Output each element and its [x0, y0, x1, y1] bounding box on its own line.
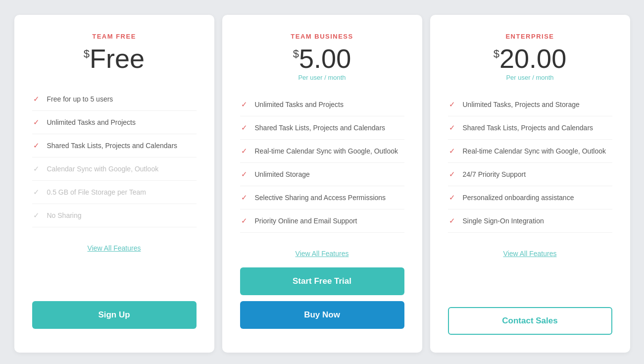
price-symbol: $ [84, 48, 90, 60]
feature-text: Unlimited Storage [255, 170, 310, 178]
feature-text: 0.5 GB of File Storage per Team [47, 188, 147, 196]
check-inactive-icon: ✓ [32, 211, 41, 220]
price-amount: 20.00 [499, 44, 566, 73]
feature-item: ✓No Sharing [32, 204, 197, 227]
feature-text: Single Sign-On Integration [463, 217, 544, 225]
plan-card-team-business: TEAM BUSINESS$5.00Per user / month✓Unlim… [222, 15, 422, 353]
feature-text: Real-time Calendar Sync with Google, Out… [463, 147, 606, 155]
features-list: ✓Unlimited Tasks, Projects and Storage✓S… [448, 93, 612, 233]
feature-text: Unlimited Tasks and Projects [255, 101, 344, 108]
feature-text: Free for up to 5 users [47, 95, 113, 103]
feature-item: ✓Unlimited Tasks and Projects [32, 111, 197, 134]
view-all-features-link[interactable]: View All Features [448, 250, 612, 258]
features-list: ✓Free for up to 5 users✓Unlimited Tasks … [32, 88, 197, 227]
feature-text: Shared Task Lists, Projects and Calendar… [47, 142, 178, 150]
check-active-icon: ✓ [448, 170, 457, 179]
price-period: Per user / month [240, 74, 404, 81]
check-inactive-icon: ✓ [32, 164, 41, 173]
check-active-icon: ✓ [240, 147, 249, 156]
price-amount: Free [90, 44, 145, 73]
feature-text: Priority Online and Email Support [255, 217, 357, 225]
feature-item: ✓Real-time Calendar Sync with Google, Ou… [240, 140, 404, 163]
feature-item: ✓Shared Task Lists, Projects and Calenda… [32, 134, 197, 157]
price-row: $20.00 [448, 45, 612, 72]
signup-button[interactable]: Sign Up [32, 301, 197, 329]
feature-text: No Sharing [47, 211, 82, 219]
price-symbol: $ [293, 48, 299, 60]
check-active-icon: ✓ [32, 118, 41, 127]
feature-text: Shared Task Lists, Projects and Calendar… [463, 124, 594, 132]
check-inactive-icon: ✓ [32, 188, 41, 197]
check-active-icon: ✓ [32, 95, 41, 104]
feature-item: ✓Shared Task Lists, Projects and Calenda… [240, 116, 404, 140]
feature-item: ✓Single Sign-On Integration [448, 209, 612, 233]
check-active-icon: ✓ [448, 216, 457, 225]
feature-item: ✓Selective Sharing and Access Permission… [240, 186, 404, 209]
plan-card-enterprise: ENTERPRISE$20.00Per user / month✓Unlimit… [430, 15, 630, 353]
feature-item: ✓Unlimited Tasks, Projects and Storage [448, 93, 612, 116]
price-row: $5.00 [240, 45, 404, 72]
feature-text: Shared Task Lists, Projects and Calendar… [255, 124, 386, 132]
feature-text: Unlimited Tasks, Projects and Storage [463, 101, 580, 108]
check-active-icon: ✓ [32, 141, 41, 150]
feature-item: ✓Calendar Sync with Google, Outlook [32, 157, 197, 181]
feature-text: Calendar Sync with Google, Outlook [47, 165, 159, 173]
check-active-icon: ✓ [448, 193, 457, 202]
feature-item: ✓Unlimited Tasks and Projects [240, 93, 404, 116]
plan-name: ENTERPRISE [448, 33, 612, 40]
feature-item: ✓Real-time Calendar Sync with Google, Ou… [448, 140, 612, 163]
price-symbol: $ [494, 48, 499, 60]
feature-item: ✓Free for up to 5 users [32, 88, 197, 111]
plan-name: TEAM FREE [32, 33, 197, 40]
plan-card-team-free: TEAM FREE$Free✓Free for up to 5 users✓Un… [14, 15, 214, 353]
contact-sales-button[interactable]: Contact Sales [448, 307, 612, 335]
check-active-icon: ✓ [240, 100, 249, 109]
feature-item: ✓Unlimited Storage [240, 163, 404, 186]
pricing-container: TEAM FREE$Free✓Free for up to 5 users✓Un… [10, 10, 634, 358]
feature-text: 24/7 Priority Support [463, 170, 526, 178]
check-active-icon: ✓ [448, 123, 457, 132]
check-active-icon: ✓ [240, 170, 249, 179]
buy-now-button[interactable]: Buy Now [240, 301, 404, 329]
feature-item: ✓Shared Task Lists, Projects and Calenda… [448, 116, 612, 140]
feature-item: ✓Priority Online and Email Support [240, 209, 404, 233]
check-active-icon: ✓ [448, 147, 457, 156]
check-active-icon: ✓ [240, 123, 249, 132]
check-active-icon: ✓ [240, 193, 249, 202]
price-row: $Free [32, 45, 197, 72]
feature-text: Personalized onboarding assistance [463, 194, 574, 202]
feature-text: Real-time Calendar Sync with Google, Out… [255, 147, 398, 155]
features-list: ✓Unlimited Tasks and Projects✓Shared Tas… [240, 93, 404, 233]
check-active-icon: ✓ [448, 100, 457, 109]
feature-text: Selective Sharing and Access Permissions [255, 194, 386, 202]
plan-name: TEAM BUSINESS [240, 33, 404, 40]
view-all-features-link[interactable]: View All Features [32, 244, 197, 252]
feature-item: ✓24/7 Priority Support [448, 163, 612, 186]
feature-item: ✓0.5 GB of File Storage per Team [32, 181, 197, 204]
price-period: Per user / month [448, 74, 612, 81]
feature-item: ✓Personalized onboarding assistance [448, 186, 612, 209]
start-free-trial-button[interactable]: Start Free Trial [240, 267, 404, 295]
check-active-icon: ✓ [240, 216, 249, 225]
price-amount: 5.00 [299, 44, 351, 73]
feature-text: Unlimited Tasks and Projects [47, 118, 136, 126]
view-all-features-link[interactable]: View All Features [240, 250, 404, 258]
